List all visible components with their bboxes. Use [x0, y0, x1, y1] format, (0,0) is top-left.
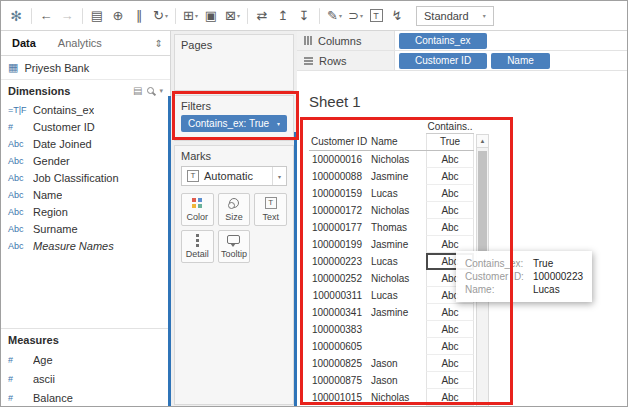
cell-name[interactable]: Jasmine	[369, 236, 426, 253]
cell-customer-id[interactable]: 100000088	[309, 168, 369, 185]
rows-pill[interactable]: Customer ID	[399, 53, 487, 69]
header-name[interactable]: Name	[369, 134, 426, 150]
dimension-field[interactable]: Abc Measure Names	[1, 237, 170, 254]
redo-icon[interactable]: →	[57, 5, 78, 27]
sort-ascending-icon[interactable]: ↥	[273, 5, 294, 27]
save-icon[interactable]: ▤	[87, 5, 108, 27]
fit-selector[interactable]: Standard ▾	[416, 6, 494, 26]
rows-pill[interactable]: Name	[491, 53, 550, 69]
scrollbar-thumb[interactable]	[478, 151, 487, 251]
presentation-mode-icon[interactable]: ↯	[387, 5, 408, 27]
pane-tab[interactable]: Data	[1, 31, 47, 55]
new-worksheet-icon[interactable]: ⊞ ▾	[180, 5, 201, 27]
color-button[interactable]: Color	[181, 193, 214, 226]
toolbar-item[interactable]	[247, 8, 248, 24]
clear-sheet-icon[interactable]: ⊠ ▾	[222, 5, 243, 27]
dimension-field[interactable]: =T|F Contains_ex	[1, 101, 170, 118]
tooltip-button[interactable]: Tooltip	[218, 230, 251, 263]
cell-value[interactable]: Abc	[426, 219, 474, 236]
header-customer-id[interactable]: Customer ID	[309, 134, 369, 150]
cell-value[interactable]: Abc	[426, 338, 474, 355]
cell-customer-id[interactable]: 100000177	[309, 219, 369, 236]
cell-value[interactable]: Abc	[426, 389, 474, 406]
duplicate-sheet-icon[interactable]: ▣	[201, 5, 222, 27]
toolbar-item[interactable]	[175, 8, 176, 24]
cell-customer-id[interactable]: 100000016	[309, 151, 369, 168]
cell-name[interactable]: Jason	[369, 355, 426, 372]
header-true[interactable]: True	[426, 134, 474, 150]
tableau-logo-icon[interactable]: ✻	[6, 5, 27, 27]
dimension-field[interactable]: Abc Name	[1, 186, 170, 203]
show-mark-labels-icon[interactable]: T	[366, 5, 387, 27]
mark-type-dropdown[interactable]: T Automatic ▾	[181, 166, 287, 186]
toolbar-item[interactable]	[82, 8, 83, 24]
columns-shelf[interactable]: Columns Contains_ex	[297, 31, 628, 51]
cell-value[interactable]: Abc	[426, 151, 474, 168]
dimension-field[interactable]: Abc Job Classification	[1, 169, 170, 186]
scroll-up-icon[interactable]: ▲	[477, 135, 488, 148]
cell-name[interactable]: Jasmine	[369, 304, 426, 321]
sort-descending-icon[interactable]: ↧	[294, 5, 315, 27]
cell-customer-id[interactable]: 100000825	[309, 355, 369, 372]
toolbar-item[interactable]	[319, 8, 320, 24]
cell-customer-id[interactable]: 100000159	[309, 185, 369, 202]
columns-pill[interactable]: Contains_ex	[399, 33, 487, 49]
cell-value[interactable]: Abc	[426, 372, 474, 389]
cell-name[interactable]: Lucas	[369, 253, 426, 270]
swap-rows-columns-icon[interactable]: ⇄	[252, 5, 273, 27]
cell-name[interactable]: Lucas	[369, 185, 426, 202]
measure-field[interactable]: # Age	[1, 350, 170, 369]
cell-name[interactable]: Nicholas	[369, 151, 426, 168]
cell-name[interactable]: Jason	[369, 372, 426, 389]
cell-customer-id[interactable]: 100000875	[309, 372, 369, 389]
chevron-down-icon[interactable]: ▾	[159, 87, 163, 95]
cell-value[interactable]: Abc	[426, 202, 474, 219]
cell-customer-id[interactable]: 100000223	[309, 253, 369, 270]
cell-value[interactable]: Abc	[426, 355, 474, 372]
cell-customer-id[interactable]: 100000172	[309, 202, 369, 219]
cell-value[interactable]: Abc	[426, 168, 474, 185]
cell-value[interactable]: Abc	[426, 185, 474, 202]
datasource-item[interactable]: ▦ Priyesh Bank	[1, 56, 170, 80]
swap-panes-icon[interactable]: ⇕	[155, 38, 170, 49]
pause-auto-updates-icon[interactable]: ∥	[129, 5, 150, 27]
view-options-icon[interactable]: ▤	[133, 85, 142, 96]
cell-customer-id[interactable]: 100000252	[309, 270, 369, 287]
cell-name[interactable]: Nicholas	[369, 389, 426, 406]
text-button[interactable]: T Text	[254, 193, 287, 226]
pane-splitter[interactable]	[168, 96, 171, 407]
undo-icon[interactable]: ←	[36, 5, 57, 27]
cell-value[interactable]: Abc	[426, 321, 474, 338]
cell-value[interactable]: Abc	[426, 304, 474, 321]
toolbar-item[interactable]	[31, 8, 32, 24]
pane-tab[interactable]: Analytics	[47, 31, 113, 55]
cell-name[interactable]: Nicholas	[369, 270, 426, 287]
rows-shelf[interactable]: Rows Customer ID Name	[297, 51, 628, 71]
group-members-icon[interactable]: ⊃ ▾	[345, 5, 366, 27]
cell-customer-id[interactable]: 100000605	[309, 338, 369, 355]
size-button[interactable]: Size	[218, 193, 251, 226]
cell-customer-id[interactable]: 100000383	[309, 321, 369, 338]
chevron-down-icon[interactable]: ▾	[271, 120, 280, 127]
cell-name[interactable]: Lucas	[369, 287, 426, 304]
cell-customer-id[interactable]: 100000199	[309, 236, 369, 253]
dimension-field[interactable]: # Customer ID	[1, 118, 170, 135]
dimension-field[interactable]: Abc Gender	[1, 152, 170, 169]
cell-name[interactable]	[369, 338, 426, 355]
cell-customer-id[interactable]: 100000311	[309, 287, 369, 304]
dimension-field[interactable]: Abc Surname	[1, 220, 170, 237]
column-field-label[interactable]: Contains..	[426, 121, 474, 134]
new-datasource-icon[interactable]: ⊕	[108, 5, 129, 27]
chevron-down-icon[interactable]: ▾	[272, 167, 281, 185]
dimension-field[interactable]: Abc Date Joined	[1, 135, 170, 152]
measure-field[interactable]: # Balance	[1, 388, 170, 407]
dimension-field[interactable]: Abc Region	[1, 203, 170, 220]
pane-splitter[interactable]	[294, 132, 297, 407]
find-field-icon[interactable]	[147, 87, 154, 94]
cell-name[interactable]: Jasmine	[369, 168, 426, 185]
cell-name[interactable]: Nicholas	[369, 202, 426, 219]
run-auto-updates-icon[interactable]: ↻ ▾	[150, 5, 171, 27]
cell-name[interactable]	[369, 321, 426, 338]
filter-pill[interactable]: Contains_ex: True ▾	[181, 115, 287, 132]
cell-customer-id[interactable]: 100000341	[309, 304, 369, 321]
